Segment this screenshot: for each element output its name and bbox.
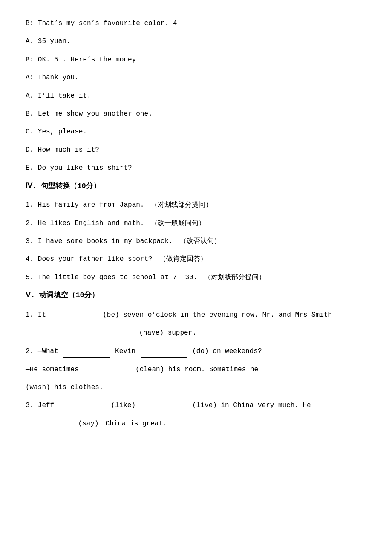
s5-item1-verb1: (be) xyxy=(103,311,119,319)
line-b4: B: That’s my son’s favourite color. 4 xyxy=(26,17,366,30)
section5-header: Ⅴ. 动词填空（10分） xyxy=(26,289,366,302)
line-opt-b: B. Let me show you another one. xyxy=(26,107,366,120)
s5-item2-blank3[interactable] xyxy=(84,363,130,376)
section5-item3-line1: 3. Jeff (like) (live) in China very much… xyxy=(26,399,366,412)
main-content: B: That’s my son’s favourite color. 4 A.… xyxy=(26,17,366,430)
s5-item1-blank1[interactable] xyxy=(51,308,98,321)
line-a-thank: A: Thank you. xyxy=(26,71,366,84)
s5-item3-blank1[interactable] xyxy=(59,399,106,412)
s5-item2-verb1: (do) on weekends? xyxy=(192,347,262,355)
line-opt-e: E. Do you like this shirt? xyxy=(26,162,366,174)
line-opt-a: A. I’ll take it. xyxy=(26,90,366,102)
s5-item3-blank3[interactable] xyxy=(26,417,73,430)
s5-item3-verb3: (say) China is great. xyxy=(78,420,167,428)
s5-item1-p1: 1. It xyxy=(26,311,46,319)
s5-item2-cont1: —He sometimes xyxy=(26,366,79,373)
s5-item1-blank2[interactable] xyxy=(26,327,73,339)
line-a35: A. 35 yuan. xyxy=(26,35,366,48)
line-opt-d: D. How much is it? xyxy=(26,144,366,156)
s5-item3-verb1: (like) xyxy=(111,402,135,409)
section4-item2: 2. He likes English and math. （改一般疑问句） xyxy=(26,217,366,230)
s5-item2-verb2: (clean) his room. Sometimes he xyxy=(135,366,258,373)
s5-item2-p2: Kevin xyxy=(115,347,135,355)
line-b5: B: OK. 5 . Here’s the money. xyxy=(26,53,366,66)
s5-item1-verb2: (have) supper. xyxy=(139,329,196,337)
section5-item1-line2: (have) supper. xyxy=(26,327,366,339)
section5-item1-line1: 1. It (be) seven o’clock in the evening … xyxy=(26,308,366,321)
section4-item3: 3. I have some books in my backpack. （改否… xyxy=(26,235,366,248)
s5-item2-blank2[interactable] xyxy=(141,344,187,358)
section5-item2-line3: (wash) his clothes. xyxy=(26,382,366,394)
s5-item2-p1: 2. —What xyxy=(26,347,58,355)
s5-item1-p2: seven o’clock in the evening now. Mr. an… xyxy=(123,311,332,319)
section4-header: Ⅳ. 句型转换（10分） xyxy=(26,180,366,193)
section4-item5: 5. The little boy goes to school at 7: 3… xyxy=(26,271,366,284)
s5-item2-blank4[interactable] xyxy=(263,363,310,376)
s5-item3-verb2: (live) in China very much. He xyxy=(192,402,311,409)
section4-item4: 4. Does your father like sport? （做肯定回答） xyxy=(26,253,366,266)
line-opt-c: C. Yes, please. xyxy=(26,125,366,138)
s5-item1-blank3[interactable] xyxy=(87,327,134,339)
s5-item3-blank2[interactable] xyxy=(141,399,187,412)
s5-item2-verb3: (wash) his clothes. xyxy=(26,384,103,391)
s5-item2-blank1[interactable] xyxy=(63,344,110,358)
s5-item3-p1: 3. Jeff xyxy=(26,402,54,409)
section5-item3-line2: (say) China is great. xyxy=(26,417,366,430)
section5-item2-line1: 2. —What Kevin (do) on weekends? xyxy=(26,344,366,358)
section4-item1: 1. His family are from Japan. （对划线部分提问） xyxy=(26,199,366,211)
section5-item2-line2: —He sometimes (clean) his room. Sometime… xyxy=(26,363,366,376)
